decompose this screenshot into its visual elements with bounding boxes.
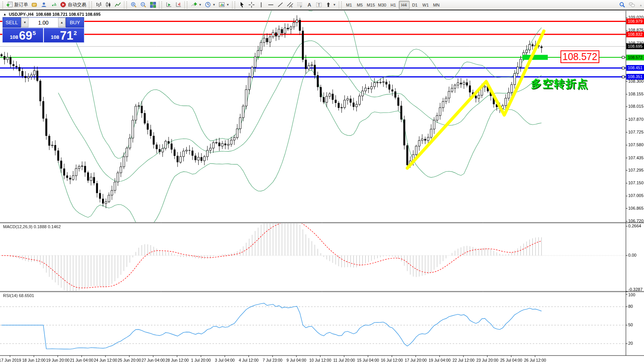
- pivot-point-annotation[interactable]: 多空转折点: [531, 77, 589, 91]
- one-click-trade-panel: SELL ▼ 1.00 ▲ BUY 108 69 5 108 71 2: [2, 17, 84, 43]
- mt4-window: 新订单自动交易▼▼▼EFAT▼M1M5M15M30H1H4D1W1MN ▴ ▲ …: [0, 0, 644, 364]
- sell-price-tile[interactable]: 108 69 5: [3, 28, 43, 42]
- volume-down-button[interactable]: ▼: [21, 18, 28, 27]
- buy-price-tile[interactable]: 108 71 2: [44, 28, 84, 42]
- chart-header: ▲ USDJPY-,H4 108.688 108.721 108.671 108…: [3, 12, 100, 17]
- sell-button[interactable]: SELL: [3, 17, 21, 28]
- chart-title: USDJPY-,H4: [9, 12, 33, 17]
- price-callout-box[interactable]: 108.572: [560, 50, 599, 63]
- buy-price-prefix: 108: [51, 34, 59, 40]
- price-chart[interactable]: [0, 0, 644, 364]
- volume-up-button[interactable]: ▲: [58, 18, 65, 27]
- trade-panel-prices: 108 69 5 108 71 2: [3, 28, 84, 42]
- sell-price-sup: 5: [33, 30, 36, 36]
- macd-indicator-label: MACD(12,26,9) 0.1888 0.1462: [3, 224, 61, 229]
- chart-ohlc-values: 108.688 108.721 108.671 108.695: [36, 12, 100, 17]
- volume-field[interactable]: 1.00: [28, 18, 58, 27]
- sell-price-big: 69: [19, 30, 32, 42]
- buy-button[interactable]: BUY: [66, 17, 84, 28]
- buy-price-big: 71: [60, 30, 73, 42]
- buy-price-sup: 2: [74, 30, 77, 36]
- sell-price-prefix: 108: [10, 34, 18, 40]
- rsi-indicator-label: RSI(14) 68.6501: [3, 293, 34, 298]
- volume-stepper: ▼ 1.00 ▲: [21, 17, 66, 28]
- trade-panel-controls: SELL ▼ 1.00 ▲ BUY: [3, 17, 84, 28]
- collapse-icon[interactable]: ▲: [3, 12, 7, 16]
